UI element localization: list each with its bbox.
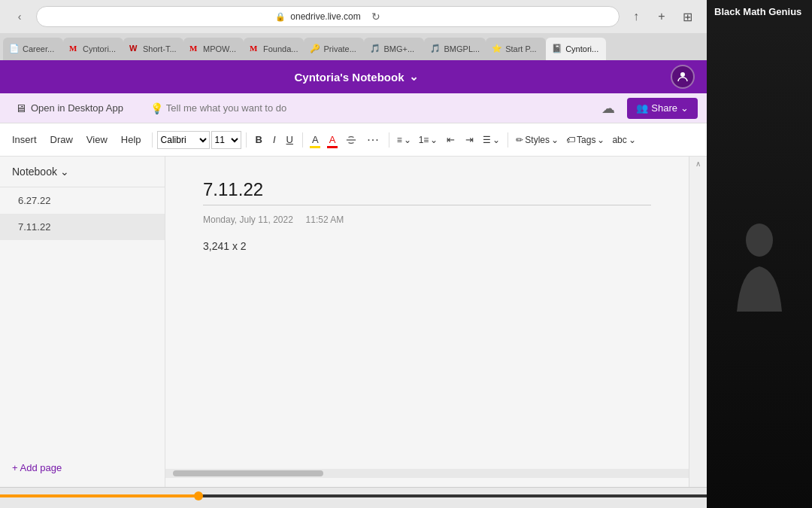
share-chevron: ⌄ <box>680 102 689 114</box>
font-size-select[interactable]: 11 <box>211 131 241 149</box>
highlight-icon: A <box>312 134 319 145</box>
tab-cyntori2[interactable]: 📓 Cyntori... <box>546 38 606 60</box>
horizontal-scrollbar[interactable] <box>165 469 689 478</box>
numbered-chevron: ⌄ <box>430 135 438 145</box>
progress-track <box>0 494 707 497</box>
open-desktop-label: Open in Desktop App <box>31 102 123 114</box>
settings-cloud-icon[interactable]: ☁ <box>601 100 615 117</box>
tab-career[interactable]: 📄 Career... <box>3 38 63 60</box>
tab-favicon: M <box>250 44 260 54</box>
tab-favicon: M <box>189 44 200 54</box>
desktop-icon: 🖥 <box>15 102 26 114</box>
sidebar: Notebook ⌄ 6.27.22 7.11.22 + Add page <box>0 157 165 487</box>
page-title: 7.11.22 <box>203 179 651 200</box>
page-body[interactable]: 3,241 x 2 <box>203 240 651 252</box>
back-button[interactable]: ‹ <box>9 6 30 27</box>
notebook-label: Notebook <box>12 166 57 178</box>
add-icon: + <box>12 462 18 473</box>
more-button[interactable]: ··· <box>362 130 383 150</box>
tab-favicon: W <box>129 44 140 54</box>
bullet-list-button[interactable]: ≡ ⌄ <box>394 130 414 150</box>
svg-point-2 <box>746 224 773 257</box>
tab-label: Career... <box>23 44 54 53</box>
tab-cyntori1[interactable]: M Cyntori... <box>63 38 123 60</box>
align-button[interactable]: ☰ ⌄ <box>480 130 503 150</box>
numbered-list-icon: 1≡ <box>419 135 429 145</box>
tab-favicon: 📓 <box>552 44 562 54</box>
new-tab-icon[interactable]: + <box>651 6 672 27</box>
spelling-icon: abc <box>612 135 626 145</box>
tab-favicon: ⭐ <box>492 44 502 54</box>
numbered-list-button[interactable]: 1≡ ⌄ <box>416 130 441 150</box>
share-button[interactable]: 👥 Share ⌄ <box>627 98 698 119</box>
outdent-button[interactable]: ⇤ <box>442 130 459 150</box>
scroll-button[interactable]: ∧ <box>689 157 707 487</box>
add-page-label: Add page <box>20 462 62 473</box>
tab-label: BMG+... <box>383 44 414 53</box>
spelling-button[interactable]: abc ⌄ <box>609 130 638 150</box>
scroll-up-icon[interactable]: ∧ <box>695 160 701 168</box>
tab-short[interactable]: W Short-T... <box>123 38 183 60</box>
scroll-thumb[interactable] <box>173 470 323 476</box>
tabs-bar: 📄 Career... M Cyntori... W Short-T... M … <box>0 33 707 60</box>
bold-button[interactable]: B <box>251 130 267 150</box>
share-people-icon: 👥 <box>636 102 648 114</box>
tab-founda[interactable]: M Founda... <box>244 38 304 60</box>
open-desktop-btn[interactable]: 🖥 Open in Desktop App <box>9 99 129 117</box>
italic-button[interactable]: I <box>268 130 280 150</box>
underline-button[interactable]: U <box>282 130 298 150</box>
styles-button[interactable]: ✏ Styles ⌄ <box>513 130 562 150</box>
progress-bar <box>0 494 195 497</box>
page-content-area[interactable]: ∧ 7.11.22 Monday, July 11, 2022 11:52 AM… <box>165 157 707 487</box>
ribbon-sep-3 <box>302 132 303 148</box>
onenote-body: Notebook ⌄ 6.27.22 7.11.22 + Add page ∧ <box>0 157 707 487</box>
tags-chevron: ⌄ <box>597 135 604 145</box>
video-title: Black Math Genius <box>707 0 812 25</box>
notebook-chevron: ⌄ <box>60 166 69 178</box>
tab-favicon: M <box>69 44 80 54</box>
notebook-title[interactable]: Cyntoria's Notebook ⌄ <box>294 70 418 84</box>
address-bar[interactable]: 🔒 onedrive.live.com ↻ <box>36 6 620 27</box>
tab-label: Cyntori... <box>83 44 116 53</box>
strikethrough-button[interactable] <box>341 130 361 150</box>
command-bar: 🖥 Open in Desktop App 💡 ☁ 👥 Share ⌄ <box>0 93 707 123</box>
chevron-down-icon: ⌄ <box>409 70 419 84</box>
notebook-header[interactable]: Notebook ⌄ <box>0 157 165 187</box>
page-text: 3,241 x 2 <box>203 240 247 252</box>
video-thumbnail <box>707 25 812 508</box>
tags-button[interactable]: 🏷 Tags ⌄ <box>563 130 607 150</box>
tell-me-input[interactable] <box>166 102 595 114</box>
ribbon-view[interactable]: View <box>80 131 114 148</box>
bullet-list-icon: ≡ <box>397 135 402 145</box>
tabs-icon[interactable]: ⊞ <box>677 6 698 27</box>
tab-bmgpl[interactable]: 🎵 BMGPL... <box>424 38 486 60</box>
tab-bmg[interactable]: 🎵 BMG+... <box>364 38 424 60</box>
user-avatar[interactable] <box>671 65 695 89</box>
tab-start[interactable]: ⭐ Start P... <box>486 38 546 60</box>
tab-label: BMGPL... <box>444 44 480 53</box>
sidebar-item-711[interactable]: 7.11.22 <box>0 214 165 240</box>
tab-favicon: 🎵 <box>370 44 380 54</box>
refresh-icon[interactable]: ↻ <box>371 11 380 23</box>
highlight-button[interactable]: A <box>308 130 323 150</box>
sidebar-item-627[interactable]: 6.27.22 <box>0 187 165 214</box>
tab-mpow[interactable]: M MPOW... <box>183 38 244 60</box>
tab-label: Private... <box>323 44 356 53</box>
page-editor[interactable]: 7.11.22 Monday, July 11, 2022 11:52 AM 3… <box>165 157 689 487</box>
tab-private[interactable]: 🔑 Private... <box>304 38 364 60</box>
ribbon-insert[interactable]: Insert <box>6 131 43 148</box>
add-page-button[interactable]: + Add page <box>0 456 165 479</box>
page-datetime: Monday, July 11, 2022 11:52 AM <box>203 214 651 225</box>
title-bar-right: ↑ + ⊞ <box>626 6 698 27</box>
sidebar-item-label: 6.27.22 <box>18 195 50 206</box>
ribbon-help[interactable]: Help <box>115 131 147 148</box>
font-color-icon: A <box>329 134 336 145</box>
indent-button[interactable]: ⇥ <box>461 130 478 150</box>
person-silhouette-icon <box>729 221 789 312</box>
ribbon-draw[interactable]: Draw <box>44 131 79 148</box>
progress-dot[interactable] <box>194 491 203 500</box>
share-icon[interactable]: ↑ <box>626 6 647 27</box>
font-color-button[interactable]: A <box>325 130 341 150</box>
font-family-select[interactable]: Calibri <box>157 131 210 149</box>
svg-point-0 <box>680 72 685 77</box>
